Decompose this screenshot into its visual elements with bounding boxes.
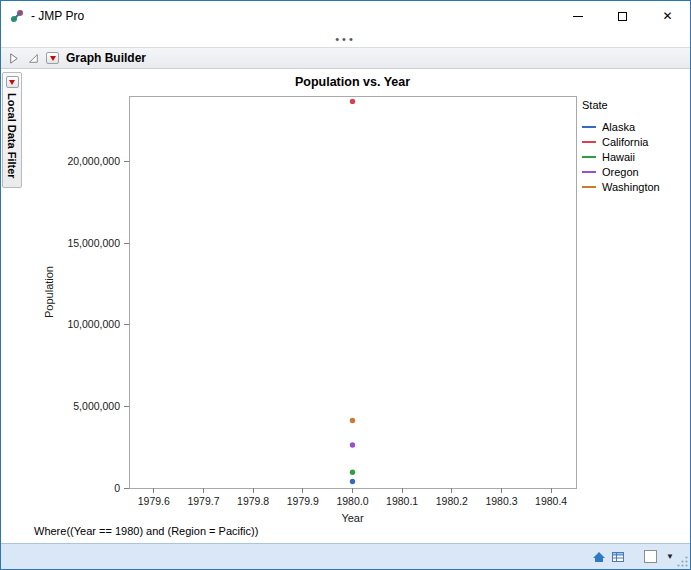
jmp-app-icon	[9, 8, 25, 24]
graph-builder-header: Graph Builder	[1, 47, 690, 69]
legend-item-label: Hawaii	[602, 151, 635, 163]
graph-builder-title: Graph Builder	[66, 51, 146, 65]
where-clause: Where((Year == 1980) and (Region = Pacif…	[34, 525, 258, 537]
legend: State Alaska California Hawaii Oregon Wa…	[582, 99, 660, 194]
resize-grip[interactable]	[676, 555, 689, 568]
svg-text:1979.8: 1979.8	[237, 495, 269, 507]
local-data-filter-tab[interactable]: Local Data Filter	[2, 72, 22, 188]
maximize-icon	[618, 12, 627, 21]
legend-item-label: Alaska	[602, 121, 635, 133]
jmp-window: - JMP Pro ✕ ••• Graph Builder 05,000,000…	[0, 0, 691, 570]
dock-splitter[interactable]: •••	[1, 31, 690, 47]
data-point[interactable]	[350, 442, 355, 447]
minimize-button[interactable]	[555, 1, 600, 31]
y-axis-label: Population	[43, 266, 55, 318]
svg-text:1979.9: 1979.9	[287, 495, 319, 507]
legend-item-label: Oregon	[602, 166, 639, 178]
window-title: - JMP Pro	[31, 9, 84, 23]
red-triangle-icon	[9, 80, 15, 85]
svg-text:1980.3: 1980.3	[485, 495, 517, 507]
local-data-filter-expand-icon[interactable]	[7, 52, 20, 65]
data-point[interactable]	[350, 479, 355, 484]
window-controls: ✕	[555, 1, 690, 31]
legend-swatch	[582, 156, 596, 158]
close-icon: ✕	[662, 10, 672, 22]
svg-text:1979.7: 1979.7	[187, 495, 219, 507]
legend-item[interactable]: Washington	[582, 179, 660, 194]
plot-frame	[129, 96, 576, 488]
splitter-dots-icon: •••	[335, 33, 356, 45]
legend-item[interactable]: California	[582, 134, 660, 149]
legend-title: State	[582, 99, 660, 111]
legend-swatch	[582, 126, 596, 128]
legend-swatch	[582, 171, 596, 173]
legend-item[interactable]: Alaska	[582, 119, 660, 134]
data-point[interactable]	[350, 99, 355, 104]
svg-text:1979.6: 1979.6	[138, 495, 170, 507]
svg-text:15,000,000: 15,000,000	[67, 237, 120, 249]
graph-builder-red-triangle-menu[interactable]	[46, 52, 59, 64]
home-window-icon[interactable]	[592, 550, 606, 564]
local-data-filter-red-triangle-menu[interactable]	[6, 76, 19, 88]
svg-text:20,000,000: 20,000,000	[67, 155, 120, 167]
legend-item[interactable]: Hawaii	[582, 149, 660, 164]
svg-text:1980.4: 1980.4	[535, 495, 567, 507]
titlebar: - JMP Pro ✕	[1, 1, 690, 31]
svg-text:1980.1: 1980.1	[386, 495, 418, 507]
data-table-icon[interactable]	[611, 550, 625, 564]
maximize-button[interactable]	[600, 1, 645, 31]
red-triangle-icon	[50, 56, 56, 61]
marker-color-button[interactable]	[644, 550, 657, 563]
x-axis-label: Year	[341, 512, 364, 524]
dropdown-arrow-icon[interactable]: ▼	[666, 552, 674, 561]
legend-item-label: Washington	[602, 181, 660, 193]
legend-item-label: California	[602, 136, 648, 148]
close-button[interactable]: ✕	[645, 1, 690, 31]
svg-text:10,000,000: 10,000,000	[67, 318, 120, 330]
report-content: 05,000,00010,000,00015,000,00020,000,000…	[1, 69, 690, 543]
outline-collapse-icon[interactable]	[27, 52, 39, 64]
legend-swatch	[582, 186, 596, 188]
svg-text:5,000,000: 5,000,000	[73, 400, 120, 412]
status-bar: ▼	[1, 543, 690, 569]
data-point[interactable]	[350, 418, 355, 423]
svg-text:0: 0	[114, 482, 120, 494]
data-point[interactable]	[350, 470, 355, 475]
chart-title: Population vs. Year	[129, 75, 576, 89]
legend-item[interactable]: Oregon	[582, 164, 660, 179]
svg-text:1980.2: 1980.2	[436, 495, 468, 507]
minimize-icon	[573, 16, 583, 17]
local-data-filter-label: Local Data Filter	[6, 93, 18, 179]
svg-text:1980.0: 1980.0	[336, 495, 368, 507]
legend-swatch	[582, 141, 596, 143]
